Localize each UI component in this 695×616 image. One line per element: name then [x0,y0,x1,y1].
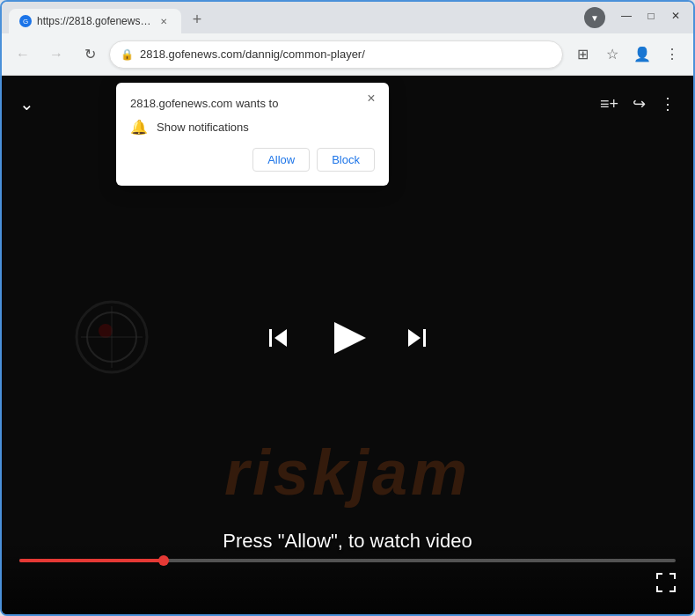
profile-dropdown-icon[interactable]: ▼ [584,7,605,28]
progress-dot [158,555,169,566]
progress-bar[interactable] [19,559,676,562]
svg-point-2 [99,324,113,338]
minimize-button[interactable]: — [616,7,637,25]
block-button[interactable]: Block [317,148,375,172]
address-bar[interactable]: 🔒 2818.gofenews.com/dannig/common-player… [109,40,563,69]
bookmark-icon[interactable]: ☆ [598,40,626,69]
tab-bar: G https://2818.gofenews.com/dann... ✕ + [9,2,581,33]
popup-close-button[interactable]: × [362,90,380,107]
popup-notification-text: Show notifications [157,121,249,134]
svg-marker-6 [274,329,287,347]
menu-button[interactable]: ⋮ [658,40,686,69]
maximize-button[interactable]: □ [640,7,662,25]
tab-close-button[interactable]: ✕ [157,14,171,28]
url-text: 2818.gofenews.com/dannig/common-player/ [140,48,552,61]
toolbar-actions: ⊞ ☆ 👤 ⋮ [568,40,686,69]
progress-fill [19,559,164,562]
back-button[interactable]: ← [9,40,37,69]
allow-button[interactable]: Allow [252,148,310,172]
chevron-down-icon[interactable]: ⌄ [19,93,34,114]
more-icon[interactable]: ⋮ [660,94,676,114]
skip-next-button[interactable] [405,326,429,350]
grid-icon[interactable]: ⊞ [568,40,596,69]
share-icon[interactable]: ↪ [633,94,646,114]
popup-notification-row: 🔔 Show notifications [130,119,375,136]
refresh-button[interactable]: ↻ [76,40,104,69]
fullscreen-icon[interactable] [656,573,676,597]
play-button[interactable] [326,316,369,360]
skip-prev-button[interactable] [266,326,290,350]
window-controls: — □ ✕ [616,2,686,25]
new-tab-button[interactable]: + [185,7,209,32]
active-tab[interactable]: G https://2818.gofenews.com/dann... ✕ [9,9,181,33]
title-bar: G https://2818.gofenews.com/dann... ✕ + … [2,2,693,33]
circle-logo [72,297,151,377]
bottom-controls-row [19,573,676,597]
popup-buttons: Allow Block [130,148,375,172]
queue-icon[interactable]: ≡+ [600,95,618,114]
popup-title: 2818.gofenews.com wants to [130,97,375,110]
account-icon[interactable]: 👤 [628,40,656,69]
forward-button[interactable]: → [42,40,70,69]
close-button[interactable]: ✕ [665,7,686,25]
notification-popup: × 2818.gofenews.com wants to 🔔 Show noti… [116,83,389,186]
tab-favicon: G [19,15,32,27]
toolbar: ← → ↻ 🔒 2818.gofenews.com/dannig/common-… [2,33,693,76]
svg-rect-5 [269,329,272,347]
svg-rect-7 [423,329,426,347]
watermark: riskjam [224,436,471,509]
main-controls [266,316,429,360]
press-allow-text: Press "Allow", to watch video [223,530,472,553]
bell-icon: 🔔 [130,119,148,136]
right-controls: ≡+ ↪ ⋮ [600,94,676,114]
content-area: riskjam ⌄ ≡+ ↪ ⋮ [2,76,693,614]
lock-icon: 🔒 [121,48,133,61]
svg-marker-8 [408,329,421,347]
browser-window: G https://2818.gofenews.com/dann... ✕ + … [0,0,695,616]
tab-title: https://2818.gofenews.com/dann... [37,15,151,27]
